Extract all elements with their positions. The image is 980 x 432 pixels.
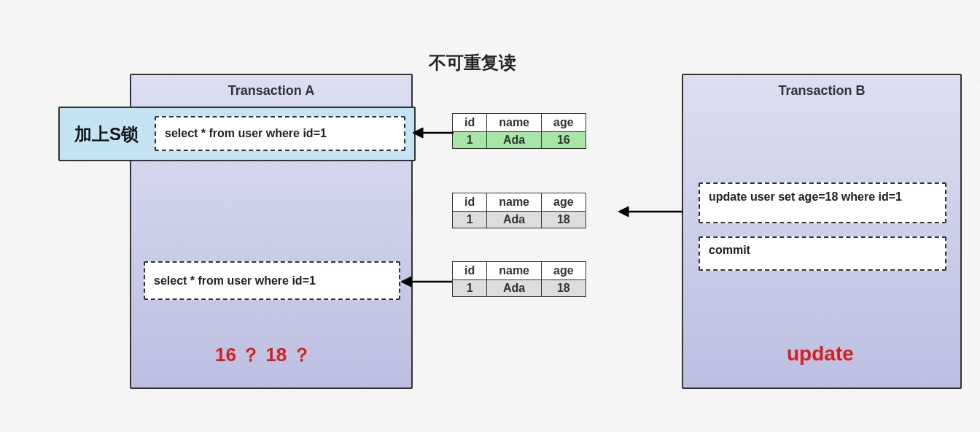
th-name: name [487, 262, 542, 280]
sql-update: update user set age=18 where id=1 [699, 182, 946, 223]
th-name: name [487, 193, 542, 212]
transaction-a-title: Transaction A [131, 75, 411, 106]
svg-marker-3 [618, 207, 629, 217]
th-id: id [453, 262, 487, 280]
th-age: age [542, 262, 586, 280]
diagram-title: 不可重复读 [429, 51, 516, 74]
result-table-2: id name age 1 Ada 18 [452, 193, 586, 228]
question-a: 16 ？ 18 ？ [215, 342, 311, 368]
diagram-container: 不可重复读 Transaction A Transaction B 加上S锁 s… [0, 0, 980, 432]
td-id: 1 [453, 280, 487, 297]
td-age: 16 [542, 132, 586, 149]
td-name: Ada [487, 132, 542, 149]
td-name: Ada [487, 212, 542, 228]
th-id: id [453, 114, 487, 132]
transaction-b-title: Transaction B [683, 75, 960, 106]
arrow-3-icon [401, 274, 452, 289]
th-name: name [487, 114, 542, 132]
sql-select-1: select * from user where id=1 [155, 116, 405, 151]
lock-label: 加上S锁 [60, 123, 150, 146]
arrow-2-icon [618, 204, 682, 219]
td-id: 1 [453, 132, 487, 149]
th-id: id [453, 193, 487, 212]
svg-marker-1 [413, 128, 423, 138]
td-age: 18 [542, 280, 586, 297]
sql-commit: commit [699, 236, 946, 271]
svg-marker-5 [401, 277, 411, 287]
sql-select-2: select * from user where id=1 [144, 261, 400, 300]
td-name: Ada [487, 280, 542, 297]
arrow-1-icon [413, 126, 454, 140]
update-label: update [787, 342, 854, 366]
result-table-1: id name age 1 Ada 16 [452, 113, 586, 149]
result-table-3: id name age 1 Ada 18 [452, 261, 586, 297]
th-age: age [542, 114, 586, 132]
td-id: 1 [453, 212, 487, 228]
td-age: 18 [542, 212, 586, 228]
th-age: age [542, 193, 586, 212]
